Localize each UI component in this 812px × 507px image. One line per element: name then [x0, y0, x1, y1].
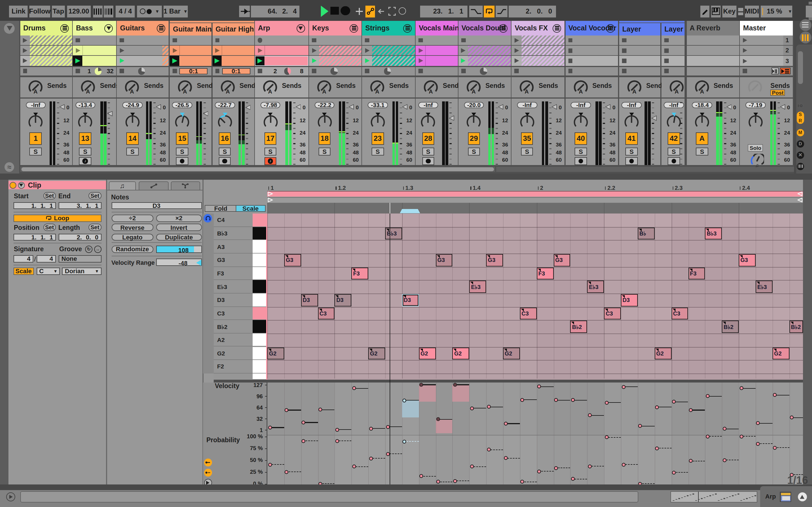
svg-text:A: A	[183, 89, 187, 95]
svg-text:A: A	[375, 89, 379, 95]
svg-text:A: A	[33, 89, 37, 95]
svg-text:A: A	[472, 89, 476, 95]
svg-text:A: A	[130, 89, 134, 95]
svg-text:A: A	[429, 89, 433, 95]
svg-text:A: A	[268, 89, 272, 95]
svg-text:A: A	[700, 89, 704, 95]
svg-text:A: A	[525, 89, 529, 95]
svg-text:A: A	[674, 89, 678, 95]
svg-text:A: A	[86, 89, 90, 95]
svg-text:A: A	[322, 89, 326, 95]
svg-text:A: A	[578, 89, 582, 95]
svg-text:A: A	[632, 89, 637, 95]
svg-text:A: A	[225, 89, 230, 95]
svg-text:♫: ♫	[755, 163, 759, 168]
